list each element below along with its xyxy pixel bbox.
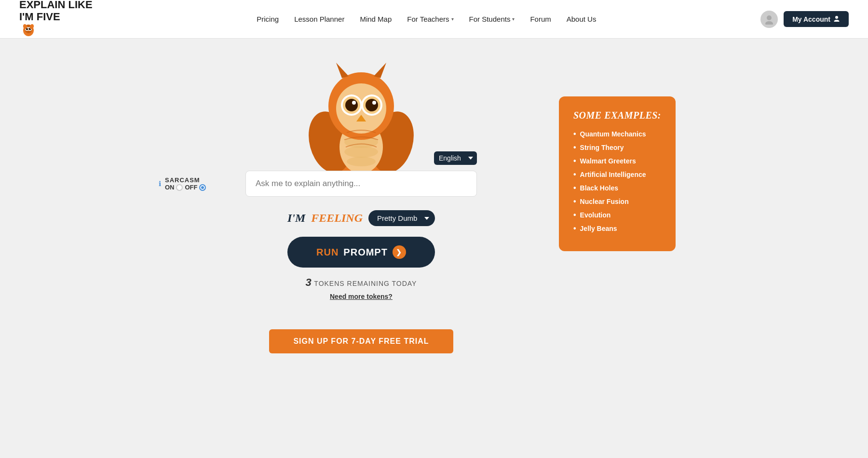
owl-svg [294, 58, 429, 174]
chevron-down-icon: ▾ [451, 16, 454, 22]
svg-point-12 [765, 21, 773, 25]
nav-forum[interactable]: Forum [530, 15, 551, 23]
svg-point-13 [835, 16, 838, 19]
header: EXPLAIN LIKE I'M FIVE [0, 0, 868, 39]
svg-point-31 [366, 99, 378, 111]
sarcasm-label: SARCASM [165, 176, 206, 184]
svg-point-33 [372, 101, 376, 105]
feeling-row: I'M FEELING Pretty Dumb Curious Confused… [287, 210, 435, 226]
sarcasm-toggle-area: ℹ SARCASM ON OFF [159, 176, 206, 191]
nav-for-teachers[interactable]: For Teachers ▾ [407, 15, 453, 23]
example-item-5[interactable]: Nuclear Fusion [573, 197, 661, 206]
example-item-4[interactable]: Black Holes [573, 184, 661, 192]
main-content: ℹ SARCASM ON OFF English Spanish French … [0, 39, 868, 458]
logo-text: EXPLAIN LIKE I'M FIVE [19, 0, 93, 40]
nav-pricing[interactable]: Pricing [257, 15, 279, 23]
feeling-feeling-text: FEELING [311, 212, 363, 225]
example-item-3[interactable]: Artificial Intelligence [573, 170, 661, 179]
center-panel: ℹ SARCASM ON OFF English Spanish French … [192, 58, 530, 353]
nav-for-students[interactable]: For Students ▾ [469, 15, 515, 23]
sarcasm-on-radio[interactable] [176, 184, 183, 191]
example-item-6[interactable]: Evolution [573, 211, 661, 219]
tokens-label-text: TOKENS REMAINING TODAY [314, 280, 417, 287]
sarcasm-off-radio[interactable] [199, 184, 206, 191]
search-input[interactable] [245, 171, 477, 197]
sarcasm-info-icon[interactable]: ℹ [159, 180, 161, 188]
sarcasm-off-label: OFF [185, 184, 197, 191]
svg-marker-23 [336, 63, 349, 78]
example-item-1[interactable]: String Theory [573, 143, 661, 152]
nav-mind-map[interactable]: Mind Map [360, 15, 392, 23]
tokens-remaining: 3 TOKENS REMAINING TODAY [305, 276, 417, 289]
header-right: My Account [760, 11, 849, 28]
nav-lesson-planner[interactable]: Lesson Planner [294, 15, 344, 23]
prompt-label: PROMPT [343, 247, 388, 258]
language-select[interactable]: English Spanish French German [434, 151, 477, 165]
feeling-select[interactable]: Pretty Dumb Curious Confused Advanced Ex… [368, 210, 435, 226]
arrow-icon: ❯ [393, 245, 406, 259]
svg-point-14 [834, 20, 839, 22]
run-prompt-button[interactable]: RUN PROMPT ❯ [287, 237, 435, 268]
avatar[interactable] [760, 11, 778, 28]
owl-illustration [294, 58, 429, 175]
svg-point-21 [347, 157, 376, 166]
svg-point-20 [344, 146, 378, 158]
run-label: RUN [316, 247, 339, 258]
logo-owl-icon [21, 23, 36, 37]
svg-marker-24 [374, 63, 386, 78]
feeling-im-text: I'M [287, 212, 305, 225]
examples-title: Some Examples: [573, 110, 661, 121]
main-nav: Pricing Lesson Planner Mind Map For Teac… [257, 15, 596, 23]
examples-list: Quantum Mechanics String Theory Walmart … [573, 130, 661, 233]
sarcasm-on-label: ON [165, 184, 175, 191]
svg-point-6 [27, 28, 28, 29]
signup-button[interactable]: SIGN UP FOR 7-DAY FREE TRIAL [269, 329, 453, 353]
example-item-0[interactable]: Quantum Mechanics [573, 130, 661, 138]
sarcasm-toggle[interactable]: ON OFF [165, 184, 206, 191]
nav-about-us[interactable]: About Us [567, 15, 597, 23]
svg-point-30 [345, 99, 358, 111]
my-account-button[interactable]: My Account [784, 11, 849, 27]
example-item-2[interactable]: Walmart Greeters [573, 157, 661, 165]
svg-point-32 [352, 101, 356, 105]
need-more-tokens-link[interactable]: Need more tokens? [330, 293, 393, 300]
svg-point-11 [767, 15, 772, 20]
chevron-down-icon: ▾ [512, 16, 515, 22]
example-item-7[interactable]: Jelly Beans [573, 224, 661, 233]
tokens-count: 3 [305, 276, 312, 288]
logo[interactable]: EXPLAIN LIKE I'M FIVE [19, 0, 93, 40]
user-icon [833, 15, 840, 23]
examples-panel: Some Examples: Quantum Mechanics String … [559, 96, 676, 251]
